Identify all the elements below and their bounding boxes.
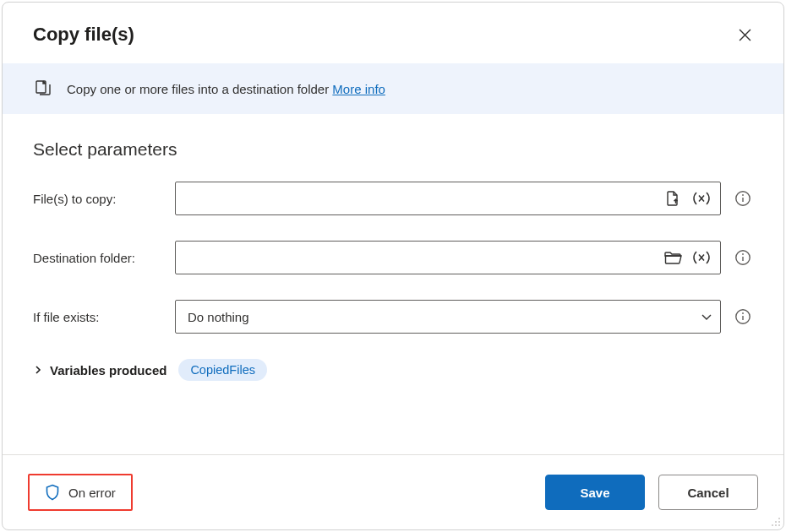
chevron-down-icon [700, 310, 713, 323]
select-file-button[interactable] [661, 187, 685, 210]
dialog-title: Copy file(s) [33, 24, 134, 46]
files-to-copy-input[interactable] [188, 182, 656, 214]
files-to-copy-label: File(s) to copy: [33, 192, 175, 206]
svg-point-7 [742, 194, 744, 196]
select-folder-button[interactable] [661, 246, 685, 269]
info-text: Copy one or more files into a destinatio… [67, 82, 385, 96]
cancel-button[interactable]: Cancel [658, 475, 758, 510]
files-to-copy-field[interactable] [175, 182, 721, 215]
shield-icon [45, 484, 60, 501]
save-button[interactable]: Save [545, 475, 645, 510]
param-row-destination: Destination folder: [33, 241, 753, 274]
if-exists-value: Do nothing [188, 310, 695, 324]
more-info-link[interactable]: More info [332, 82, 385, 96]
info-icon [734, 190, 751, 207]
dialog-footer: On error Save Cancel [3, 454, 783, 529]
param-row-files-to-copy: File(s) to copy: [33, 182, 753, 215]
if-exists-help[interactable] [733, 307, 753, 327]
variable-icon [691, 190, 712, 207]
folder-icon [663, 249, 682, 266]
variables-produced-toggle[interactable]: Variables produced [33, 363, 166, 377]
info-bar: Copy one or more files into a destinatio… [3, 63, 783, 114]
if-exists-label: If file exists: [33, 310, 175, 324]
if-exists-select[interactable]: Do nothing [175, 300, 721, 334]
copy-files-dialog: Copy file(s) Copy one or more files into… [2, 2, 784, 530]
files-to-copy-help[interactable] [733, 188, 753, 209]
info-icon [734, 308, 751, 325]
dialog-header: Copy file(s) [3, 3, 783, 63]
destination-help[interactable] [733, 247, 753, 268]
svg-point-15 [742, 312, 744, 314]
insert-variable-button[interactable] [690, 187, 713, 210]
close-icon [739, 29, 751, 41]
variable-icon [691, 249, 712, 266]
variable-chip-copiedfiles[interactable]: CopiedFiles [178, 359, 267, 381]
chevron-right-icon [33, 365, 43, 375]
info-text-label: Copy one or more files into a destinatio… [67, 82, 329, 96]
footer-actions: Save Cancel [545, 475, 758, 510]
on-error-button[interactable]: On error [28, 474, 133, 511]
copy-files-icon [33, 79, 53, 99]
variables-produced-row: Variables produced CopiedFiles [33, 359, 753, 381]
on-error-label: On error [68, 486, 116, 500]
info-icon [734, 249, 751, 266]
close-button[interactable] [731, 21, 758, 48]
destination-field[interactable] [175, 241, 721, 274]
destination-label: Destination folder: [33, 251, 175, 265]
section-heading: Select parameters [33, 139, 753, 160]
insert-variable-button[interactable] [690, 246, 713, 269]
param-row-if-exists: If file exists: Do nothing [33, 300, 753, 334]
file-picker-icon [664, 190, 681, 207]
variables-produced-label: Variables produced [50, 363, 166, 377]
dialog-body: Select parameters File(s) to copy: [3, 114, 783, 454]
destination-input[interactable] [188, 242, 656, 274]
svg-point-12 [742, 253, 744, 255]
